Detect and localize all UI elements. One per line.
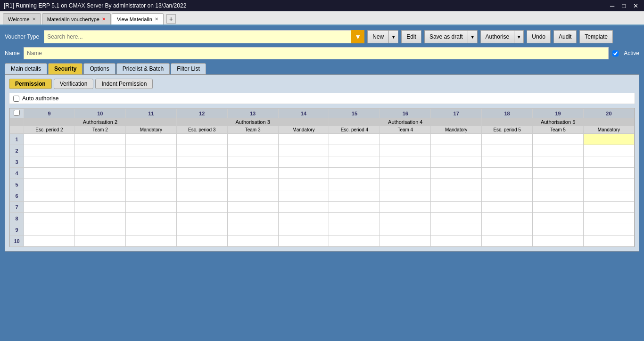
cell-r4-c2[interactable] <box>125 168 176 179</box>
cell-r8-c7[interactable] <box>380 213 431 224</box>
cell-r3-c6[interactable] <box>329 156 380 168</box>
cell-r7-c9[interactable] <box>482 202 533 213</box>
cell-r10-c4[interactable] <box>227 235 278 247</box>
cell-r1-c10[interactable] <box>533 134 584 145</box>
cell-r5-c4[interactable] <box>227 179 278 190</box>
cell-r1-c5[interactable] <box>278 134 329 145</box>
save-as-draft-button[interactable]: Save as draft <box>424 30 468 43</box>
cell-r9-c7[interactable] <box>380 224 431 235</box>
cell-r10-c2[interactable] <box>125 235 176 247</box>
cell-r2-c11[interactable] <box>583 145 634 156</box>
cell-r2-c7[interactable] <box>380 145 431 156</box>
audit-button[interactable]: Audit <box>553 30 577 43</box>
cell-r2-c9[interactable] <box>482 145 533 156</box>
cell-r9-c3[interactable] <box>176 224 227 235</box>
restore-button[interactable]: □ <box>620 2 627 9</box>
cell-r1-c0[interactable] <box>24 134 75 145</box>
cell-r5-c9[interactable] <box>482 179 533 190</box>
cell-r3-c10[interactable] <box>533 156 584 168</box>
cell-r8-c3[interactable] <box>176 213 227 224</box>
cell-r1-c2[interactable] <box>125 134 176 145</box>
cell-r9-c10[interactable] <box>533 224 584 235</box>
sub-tab-permission[interactable]: Permission <box>9 79 52 89</box>
cell-r8-c4[interactable] <box>227 213 278 224</box>
cell-r2-c0[interactable] <box>24 145 75 156</box>
cell-r9-c2[interactable] <box>125 224 176 235</box>
cell-r3-c11[interactable] <box>583 156 634 168</box>
cell-r10-c7[interactable] <box>380 235 431 247</box>
edit-button[interactable]: Edit <box>401 30 421 43</box>
cell-r6-c3[interactable] <box>176 190 227 202</box>
tab-view-materialin[interactable]: View MaterialIn ✕ <box>112 13 164 24</box>
tab-add-button[interactable]: + <box>166 14 176 24</box>
cell-r5-c3[interactable] <box>176 179 227 190</box>
cell-r6-c9[interactable] <box>482 190 533 202</box>
cell-r6-c4[interactable] <box>227 190 278 202</box>
cell-r2-c4[interactable] <box>227 145 278 156</box>
cell-r1-c8[interactable] <box>431 134 482 145</box>
cell-r7-c5[interactable] <box>278 202 329 213</box>
sub-tab-indent-permission[interactable]: Indent Permission <box>95 79 153 89</box>
cell-r10-c9[interactable] <box>482 235 533 247</box>
cell-r7-c1[interactable] <box>74 202 125 213</box>
tab-filter-list[interactable]: Filter List <box>171 63 206 74</box>
cell-r8-c6[interactable] <box>329 213 380 224</box>
tab-security[interactable]: Security <box>48 63 83 74</box>
cell-r2-c1[interactable] <box>74 145 125 156</box>
header-checkbox[interactable] <box>14 110 20 116</box>
cell-r3-c7[interactable] <box>380 156 431 168</box>
cell-r7-c7[interactable] <box>380 202 431 213</box>
undo-button[interactable]: Undo <box>527 30 551 43</box>
cell-r8-c10[interactable] <box>533 213 584 224</box>
cell-r6-c0[interactable] <box>24 190 75 202</box>
cell-r2-c10[interactable] <box>533 145 584 156</box>
cell-r5-c5[interactable] <box>278 179 329 190</box>
tab-view-materialin-close[interactable]: ✕ <box>155 16 158 22</box>
cell-r7-c4[interactable] <box>227 202 278 213</box>
cell-r5-c8[interactable] <box>431 179 482 190</box>
cell-r4-c5[interactable] <box>278 168 329 179</box>
cell-r6-c11[interactable] <box>583 190 634 202</box>
cell-r1-c7[interactable] <box>380 134 431 145</box>
cell-r4-c9[interactable] <box>482 168 533 179</box>
cell-r7-c2[interactable] <box>125 202 176 213</box>
cell-r7-c8[interactable] <box>431 202 482 213</box>
sub-tab-verification[interactable]: Verification <box>54 79 94 89</box>
cell-r4-c11[interactable] <box>583 168 634 179</box>
cell-r8-c11[interactable] <box>583 213 634 224</box>
authorise-dropdown-button[interactable]: ▼ <box>514 30 524 43</box>
cell-r2-c2[interactable] <box>125 145 176 156</box>
cell-r10-c3[interactable] <box>176 235 227 247</box>
cell-r10-c8[interactable] <box>431 235 482 247</box>
cell-r8-c8[interactable] <box>431 213 482 224</box>
tab-welcome-close[interactable]: ✕ <box>32 16 36 22</box>
tab-materialin-vouchertype-close[interactable]: ✕ <box>102 16 106 22</box>
cell-r5-c2[interactable] <box>125 179 176 190</box>
cell-r5-c10[interactable] <box>533 179 584 190</box>
cell-r9-c8[interactable] <box>431 224 482 235</box>
cell-r4-c1[interactable] <box>74 168 125 179</box>
cell-r2-c5[interactable] <box>278 145 329 156</box>
cell-r7-c6[interactable] <box>329 202 380 213</box>
cell-r6-c5[interactable] <box>278 190 329 202</box>
cell-r7-c11[interactable] <box>583 202 634 213</box>
cell-r6-c6[interactable] <box>329 190 380 202</box>
cell-r3-c1[interactable] <box>74 156 125 168</box>
cell-r3-c4[interactable] <box>227 156 278 168</box>
cell-r10-c6[interactable] <box>329 235 380 247</box>
cell-r4-c3[interactable] <box>176 168 227 179</box>
cell-r3-c3[interactable] <box>176 156 227 168</box>
cell-r3-c0[interactable] <box>24 156 75 168</box>
save-draft-dropdown-button[interactable]: ▼ <box>468 30 478 43</box>
name-input[interactable] <box>24 47 609 59</box>
cell-r1-c9[interactable] <box>482 134 533 145</box>
minimize-button[interactable]: ─ <box>608 2 616 9</box>
tab-materialin-vouchertype[interactable]: MaterialIn vouchertype ✕ <box>42 13 111 24</box>
auto-authorise-checkbox[interactable] <box>13 96 19 102</box>
cell-r7-c3[interactable] <box>176 202 227 213</box>
search-dropdown-button[interactable]: ▼ <box>351 30 364 43</box>
cell-r6-c1[interactable] <box>74 190 125 202</box>
cell-r2-c6[interactable] <box>329 145 380 156</box>
cell-r6-c8[interactable] <box>431 190 482 202</box>
cell-r5-c11[interactable] <box>583 179 634 190</box>
